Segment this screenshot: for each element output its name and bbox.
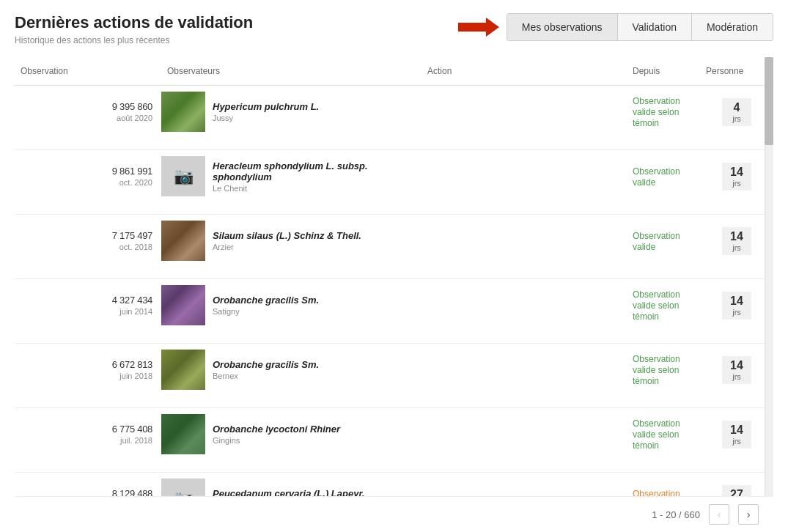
- obs-cell: 6 775 408 juil. 2018: [15, 418, 161, 451]
- personne-cell: [15, 267, 161, 278]
- observers-cell: [421, 171, 627, 182]
- placeholder-icon: 📷: [161, 156, 205, 196]
- col-observation: Observation: [15, 63, 161, 79]
- obs-cell: 9 861 991 oct. 2020: [15, 160, 161, 193]
- depuis-cell: 14 jrs: [700, 286, 773, 325]
- species-location: Le Chenit: [213, 184, 421, 193]
- table-row[interactable]: 7 175 497 oct. 2018 Silaum silaus (L.) S…: [15, 215, 773, 279]
- obs-date: août 2020: [117, 114, 152, 122]
- action-cell: Observation valide selon témoin: [627, 283, 700, 328]
- species-cell: Orobanche gracilis Sm. Bernex: [161, 344, 421, 396]
- species-info: Heracleum sphondylium L. subsp. sphondyl…: [213, 160, 421, 193]
- table-header: Observation Observateurs Action Depuis P…: [15, 57, 773, 86]
- placeholder-icon: 📷: [161, 479, 205, 496]
- table-row[interactable]: 4 327 434 juin 2014 Orobanche gracilis S…: [15, 279, 773, 344]
- table-row[interactable]: 9 395 860 août 2020 Hypericum pulchrum L…: [15, 86, 773, 150]
- obs-id: 9 395 860: [112, 101, 152, 112]
- tab-moderation[interactable]: Modération: [692, 14, 773, 40]
- obs-cell: 9 395 860 août 2020: [15, 95, 161, 128]
- tab-validation[interactable]: Validation: [618, 14, 692, 40]
- species-info: Orobanche gracilis Sm. Bernex: [213, 359, 421, 380]
- depuis-unit: jrs: [728, 308, 745, 317]
- species-location: Bernex: [213, 372, 421, 380]
- personne-cell: [15, 460, 161, 472]
- table-wrapper: Observation Observateurs Action Depuis P…: [15, 57, 773, 496]
- depuis-unit: jrs: [728, 372, 745, 381]
- depuis-box: 14 jrs: [722, 356, 751, 384]
- depuis-num: 14: [728, 359, 745, 372]
- observers-cell: [421, 429, 627, 440]
- observers-cell: [421, 235, 627, 247]
- obs-id: 6 775 408: [112, 424, 152, 435]
- depuis-cell: 14 jrs: [700, 350, 773, 390]
- depuis-num: 14: [728, 424, 745, 437]
- header: Dernières actions de validation Historiq…: [15, 13, 773, 45]
- action-cell: Observation modifiée: [627, 482, 700, 497]
- species-cell: 📷 Heracleum sphondylium L. subsp. sphond…: [161, 150, 421, 202]
- obs-cell: 7 175 497 oct. 2018: [15, 224, 161, 257]
- depuis-cell: 27 jrs: [700, 479, 773, 497]
- species-info: Hypericum pulchrum L. Jussy: [213, 101, 421, 122]
- obs-cell: 8 129 488 août 2019: [15, 482, 161, 496]
- obs-cell: 4 327 434 juin 2014: [15, 289, 161, 322]
- species-location: Gingins: [213, 436, 421, 445]
- species-info: Orobanche lycoctoni Rhiner Gingins: [213, 424, 421, 445]
- pagination-next-button[interactable]: ›: [738, 504, 759, 525]
- table-body: 9 395 860 août 2020 Hypericum pulchrum L…: [15, 86, 773, 496]
- species-name: Orobanche gracilis Sm.: [213, 359, 421, 370]
- table-row[interactable]: 9 861 991 oct. 2020 📷 Heracleum sphondyl…: [15, 150, 773, 215]
- title-section: Dernières actions de validation Historiq…: [15, 13, 253, 45]
- depuis-unit: jrs: [728, 114, 745, 123]
- action-text: Observation valide selon témoin: [633, 289, 680, 322]
- scrollbar-track[interactable]: [765, 57, 773, 496]
- col-observateurs: Observateurs: [161, 63, 421, 79]
- depuis-num: 4: [728, 101, 745, 114]
- scrollbar-thumb[interactable]: [765, 57, 773, 145]
- depuis-box: 14 jrs: [722, 292, 751, 319]
- species-thumbnail: [161, 221, 205, 261]
- species-name: Peucedanum cervaria (L.) Lapeyr.: [213, 488, 421, 496]
- species-location: Satigny: [213, 307, 421, 316]
- observers-cell: [421, 493, 627, 497]
- depuis-box: 14 jrs: [722, 163, 751, 191]
- species-location: Jussy: [213, 114, 421, 122]
- action-text: Observation modifiée: [633, 489, 680, 497]
- action-text: Observation valide selon témoin: [633, 418, 680, 451]
- observers-cell: [421, 106, 627, 118]
- species-thumbnail: 📷: [161, 156, 205, 196]
- species-thumbnail: 📷: [161, 479, 205, 496]
- obs-id: 4 327 434: [112, 295, 152, 306]
- depuis-cell: 14 jrs: [700, 415, 773, 454]
- page-title: Dernières actions de validation: [15, 13, 253, 32]
- personne-cell: [15, 202, 161, 214]
- table-row[interactable]: 6 775 408 juil. 2018 Orobanche lycoctoni…: [15, 408, 773, 473]
- pagination-prev-button[interactable]: ‹: [709, 504, 729, 525]
- species-cell: Silaum silaus (L.) Schinz & Thell. Arzie…: [161, 215, 421, 267]
- table-row[interactable]: 6 672 813 juin 2018 Orobanche gracilis S…: [15, 344, 773, 408]
- species-thumbnail: [161, 285, 205, 325]
- action-cell: Observation valide: [627, 160, 700, 193]
- obs-id: 7 175 497: [112, 230, 152, 241]
- species-name: Heracleum sphondylium L. subsp. sphondyl…: [213, 160, 421, 182]
- species-cell: Orobanche lycoctoni Rhiner Gingins: [161, 408, 421, 460]
- depuis-unit: jrs: [728, 437, 745, 446]
- action-cell: Observation valide: [627, 224, 700, 258]
- observers-cell: [421, 300, 627, 311]
- col-depuis: Depuis: [627, 63, 700, 79]
- table-row[interactable]: 8 129 488 août 2019 📷 Peucedanum cervari…: [15, 473, 773, 496]
- obs-id: 8 129 488: [112, 488, 152, 496]
- obs-id: 9 861 991: [112, 166, 152, 177]
- obs-id: 6 672 813: [112, 359, 152, 370]
- action-text: Observation valide selon témoin: [633, 354, 680, 386]
- action-text: Observation valide selon témoin: [633, 96, 680, 128]
- obs-date: oct. 2020: [119, 178, 152, 187]
- tab-group: Mes observations Validation Modération: [507, 13, 773, 41]
- depuis-num: 14: [728, 166, 745, 179]
- depuis-num: 14: [728, 230, 745, 243]
- obs-date: juin 2014: [119, 307, 152, 316]
- depuis-unit: jrs: [728, 243, 745, 252]
- species-name: Hypericum pulchrum L.: [213, 101, 421, 112]
- tab-mes-observations[interactable]: Mes observations: [507, 14, 618, 40]
- species-info: Peucedanum cervaria (L.) Lapeyr. Poschia…: [213, 488, 421, 496]
- svg-marker-0: [458, 18, 499, 37]
